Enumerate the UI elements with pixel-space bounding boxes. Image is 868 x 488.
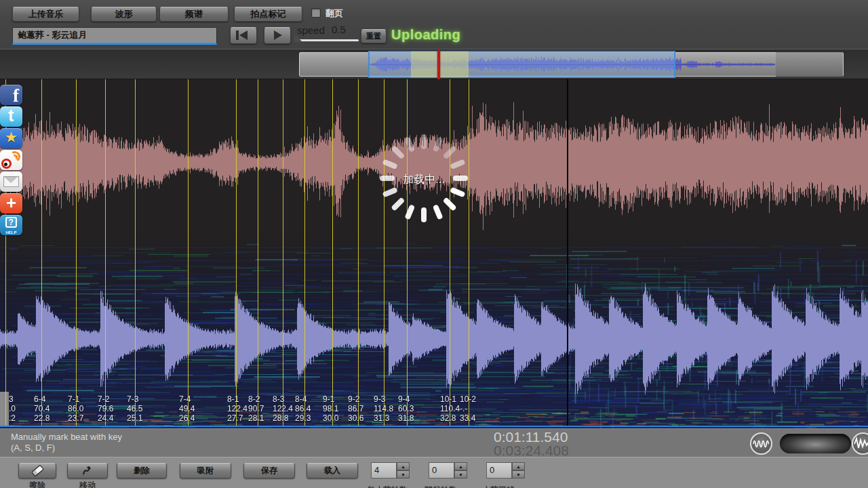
qzone-star-glyph: ★: [0, 129, 22, 146]
beat-bpm-8-2: 90.7: [248, 404, 264, 413]
pickup-beats-decrement-button[interactable]: ▼: [454, 470, 467, 479]
facebook-icon[interactable]: f: [0, 85, 22, 105]
bar-shift-input[interactable]: 0: [486, 462, 512, 479]
beat-time-3: .2: [9, 413, 16, 423]
page-flip-checkbox[interactable]: [311, 8, 321, 18]
spectrum-tab-button[interactable]: 频谱: [159, 7, 229, 22]
beats-per-bar-increment-button[interactable]: ▲: [397, 462, 410, 470]
page-boundary-line: [567, 79, 568, 426]
move-label: 移动: [67, 480, 108, 488]
beat-bpm-9-3: 114.8: [374, 404, 393, 413]
beat-line-8-4[interactable]: [304, 79, 305, 426]
social-share-sidebar: ft★+?HELP: [0, 85, 23, 237]
beat-time-9-2: 30.6: [348, 413, 363, 423]
speed-slider-track[interactable]: [296, 39, 359, 41]
zoom-out-wave-icon[interactable]: [750, 432, 772, 455]
waveform-tab-button[interactable]: 波形: [91, 7, 157, 22]
beat-time-9-4: 31.8: [398, 413, 414, 423]
beat-line-8-1[interactable]: [236, 79, 237, 426]
envelope-flap: [4, 177, 18, 183]
beats-per-bar-input[interactable]: 4: [371, 462, 397, 479]
beat-line-7-4[interactable]: [188, 79, 189, 426]
view-bottom-divider: [0, 426, 868, 427]
beat-number-9-4: 9-4: [398, 394, 410, 404]
email-icon[interactable]: [0, 171, 22, 192]
twitter-icon[interactable]: t: [0, 106, 22, 127]
zoom-in-wave-icon[interactable]: [852, 432, 868, 455]
beat-line-7-3[interactable]: [135, 79, 136, 426]
bar-shift-label: 小节平移: [482, 485, 543, 488]
zoom-slider[interactable]: [780, 434, 851, 453]
beat-number-9-3: 9-3: [374, 394, 385, 404]
pickup-beats-increment-button[interactable]: ▲: [454, 462, 467, 470]
beat-line-7-2[interactable]: [105, 79, 106, 426]
beat-line-6-4[interactable]: [41, 79, 42, 426]
spinner-spoke: [443, 145, 457, 159]
move-icon: [80, 464, 95, 477]
beat-bpm-7-3: 46.5: [127, 404, 142, 413]
weibo-eyeball: [3, 161, 9, 167]
song-title-input[interactable]: 鲍蕙荞 - 彩云追月: [12, 27, 217, 45]
spinner-spoke: [421, 207, 427, 222]
reset-button[interactable]: 重置: [361, 29, 387, 43]
loading-text: 加载中...: [370, 173, 478, 187]
beat-number-10-2: 10-2: [460, 394, 476, 404]
beat-time-10-1: 32.8: [440, 413, 456, 423]
beat-time-8-4: 29.3: [295, 413, 311, 423]
beat-number-9-1: 9-1: [323, 394, 334, 404]
spinner-spoke: [404, 204, 415, 220]
beat-mark-tab-button[interactable]: 拍点标记: [234, 7, 302, 22]
beat-bpm-7-2: 79.6: [98, 404, 113, 413]
beat-bpm-7-4: 49.4: [179, 404, 195, 413]
beat-number-7-2: 7-2: [98, 394, 109, 404]
beat-number-8-2: 8-2: [248, 394, 260, 404]
beats-per-bar-decrement-button[interactable]: ▼: [397, 470, 410, 479]
beat-bpm-3: .0: [9, 404, 16, 413]
play-triangle-icon: [274, 30, 282, 40]
erase-button[interactable]: [18, 463, 56, 479]
beat-marker-app: 上传音乐 波形 频谱 拍点标记 翻页 鲍蕙荞 - 彩云追月 speed 0.5 …: [0, 0, 868, 488]
load-button[interactable]: 载入: [307, 463, 358, 479]
bar-shift-increment-button[interactable]: ▲: [512, 462, 525, 470]
share-plus-icon[interactable]: +: [0, 193, 22, 214]
beat-time-6-4: 22.8: [34, 413, 50, 423]
beat-bpm-8-3: 122.4: [273, 404, 293, 413]
spinner-spoke: [391, 145, 405, 159]
pickup-beats-input[interactable]: 0: [429, 462, 454, 479]
weibo-icon[interactable]: [0, 150, 22, 170]
beat-number-6-4: 6-4: [34, 394, 45, 404]
bar-shift-decrement-button[interactable]: ▼: [512, 470, 525, 479]
beat-time-8-1: 27.7: [227, 413, 243, 423]
beat-line-8-3[interactable]: [283, 79, 283, 426]
save-button[interactable]: 保存: [243, 463, 295, 479]
help-icon[interactable]: ?HELP: [0, 215, 22, 235]
beat-line-9-2[interactable]: [358, 79, 359, 426]
upload-music-button[interactable]: 上传音乐: [12, 7, 79, 22]
play-button[interactable]: [264, 27, 291, 44]
spinner-spoke: [421, 134, 427, 149]
skip-to-start-button[interactable]: [230, 27, 257, 44]
beat-line-9-1[interactable]: [332, 79, 333, 426]
skip-triangle-icon: [239, 30, 248, 40]
beat-number-7-4: 7-4: [179, 394, 191, 404]
beat-bpm-9-4: 60.3: [398, 404, 414, 413]
spinner-spoke: [450, 159, 465, 169]
bar-shift-arrows: ▲▼: [512, 462, 525, 479]
beat-line-8-2[interactable]: [258, 79, 258, 426]
loading-spinner: 加载中...: [370, 124, 478, 232]
delete-button[interactable]: 删除: [117, 463, 167, 479]
beat-number-7-3: 7-3: [127, 394, 138, 404]
qzone-icon[interactable]: ★: [0, 128, 22, 148]
beat-number-9-2: 9-2: [348, 394, 359, 404]
overview-playhead[interactable]: [437, 50, 440, 79]
upload-status-text: Uploading: [391, 27, 460, 43]
snap-button[interactable]: 吸附: [180, 463, 231, 479]
beat-bpm-9-1: 98.1: [323, 404, 338, 413]
move-button[interactable]: [67, 463, 108, 479]
beat-line-7-1[interactable]: [76, 79, 77, 426]
beat-time-7-1: 23.7: [68, 413, 83, 423]
speed-slider-thumb[interactable]: [294, 34, 302, 42]
beat-bpm-7-1: 86.0: [68, 404, 83, 413]
envelope-glyph: [3, 176, 19, 187]
beat-bpm-10-2: -.-: [460, 404, 467, 413]
